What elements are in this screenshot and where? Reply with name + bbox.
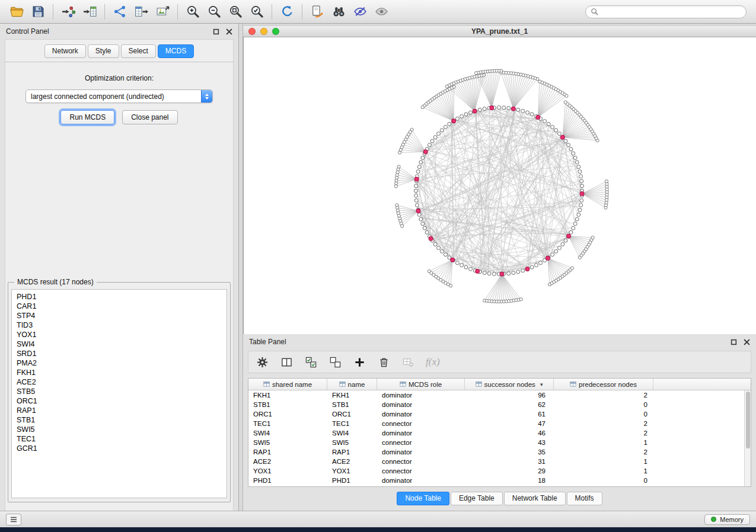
mcds-result-item[interactable]: PHD1 [12, 292, 227, 302]
run-mcds-button[interactable]: Run MCDS [60, 110, 114, 124]
mcds-result-item[interactable]: SWI4 [12, 339, 227, 349]
column-header-successor-nodes[interactable]: successor nodes▾ [465, 379, 554, 390]
tab-edge-table[interactable]: Edge Table [451, 492, 503, 505]
column-header-predecessor-nodes[interactable]: predecessor nodes [554, 379, 653, 390]
open-session-button[interactable] [6, 2, 27, 21]
optimization-criterion-select[interactable]: largest connected component (undirected) [25, 89, 213, 103]
table-row[interactable]: ACE2ACE2connector311 [248, 457, 751, 466]
mcds-result-item[interactable]: CAR1 [12, 302, 227, 311]
document-share-button[interactable] [307, 2, 328, 21]
tab-style[interactable]: Style [88, 44, 119, 58]
minimize-window-button[interactable] [260, 28, 267, 35]
close-table-panel-icon[interactable] [744, 339, 750, 345]
network-canvas[interactable] [243, 37, 756, 334]
mcds-result-item[interactable]: ORC1 [12, 396, 227, 406]
tab-mcds[interactable]: MCDS [158, 44, 194, 58]
zoom-in-button[interactable] [182, 2, 203, 21]
mcds-result-item[interactable]: SRD1 [12, 349, 227, 358]
cell-name: RAP1 [327, 447, 377, 457]
close-panel-button[interactable]: Close panel [122, 110, 177, 124]
mcds-result-item[interactable]: STB1 [12, 415, 227, 425]
mcds-result-item[interactable]: FKH1 [12, 368, 227, 377]
table-row[interactable]: ORC1ORC1dominator610 [248, 409, 751, 419]
zoom-out-button[interactable] [203, 2, 225, 21]
select-all-button[interactable] [304, 355, 317, 368]
show-columns-button[interactable] [280, 355, 293, 368]
export-network-button[interactable] [109, 2, 130, 21]
table-row[interactable]: RAP1RAP1dominator352 [248, 447, 751, 457]
tab-motifs[interactable]: Motifs [567, 492, 602, 505]
add-row-button[interactable] [353, 355, 366, 368]
delete-table-button[interactable] [401, 355, 414, 368]
panel-splitter[interactable] [239, 24, 243, 511]
cell-shared-name: ACE2 [248, 457, 327, 466]
mcds-result-item[interactable]: TID3 [12, 321, 227, 330]
tab-select[interactable]: Select [121, 44, 156, 58]
float-panel-icon[interactable] [213, 28, 219, 35]
optimization-criterion-label: Optimization criterion: [5, 74, 233, 82]
cell-successor-nodes: 43 [465, 438, 554, 447]
delete-row-button[interactable] [377, 355, 390, 368]
mcds-result-item[interactable]: PMA2 [12, 358, 227, 368]
node-table-header-row: shared namenameMCDS rolesuccessor nodes▾… [248, 379, 751, 390]
mcds-result-item[interactable]: TEC1 [12, 434, 227, 444]
panel-menu-button[interactable] [6, 514, 21, 525]
column-header-shared-name[interactable]: shared name [248, 379, 327, 390]
mcds-result-item[interactable]: GCR1 [12, 444, 227, 453]
tab-node-table[interactable]: Node Table [397, 492, 449, 505]
sort-arrow-icon: ▾ [540, 382, 543, 387]
apply-layout-button[interactable] [276, 2, 298, 21]
table-scrollbar[interactable] [744, 390, 751, 486]
zoom-fit-button[interactable] [225, 2, 246, 21]
cell-shared-name: PHD1 [248, 476, 327, 485]
save-session-button[interactable] [27, 2, 49, 21]
cell-name: YOX1 [327, 466, 377, 476]
settings-button[interactable] [256, 355, 269, 368]
tab-network-table[interactable]: Network Table [504, 492, 566, 505]
scrollbar-thumb[interactable] [746, 392, 750, 448]
mcds-result-item[interactable]: STB5 [12, 387, 227, 396]
table-row[interactable]: SWI4SWI4dominator462 [248, 428, 751, 438]
export-table-button[interactable] [130, 2, 152, 21]
network-title: YPA_prune.txt_1 [243, 27, 756, 36]
import-table-button[interactable] [79, 2, 100, 21]
deselect-all-button[interactable] [328, 355, 342, 368]
mcds-result-item[interactable]: SWI5 [12, 425, 227, 434]
table-row[interactable]: FKH1FKH1dominator962 [248, 390, 751, 400]
search-network-button[interactable] [328, 2, 349, 21]
close-window-button[interactable] [248, 28, 256, 35]
close-panel-icon[interactable] [226, 28, 232, 35]
function-builder-button[interactable]: f(x) [426, 356, 440, 368]
mcds-result-list[interactable]: PHD1CAR1STP4TID3YOX1SWI4SRD1PMA2FKH1ACE2… [11, 289, 227, 498]
import-network-button[interactable] [58, 2, 79, 21]
memory-button[interactable]: Memory [704, 514, 750, 525]
show-graphics-button[interactable] [371, 2, 392, 21]
table-row[interactable]: SWI5SWI5connector431 [248, 438, 751, 447]
hide-selected-button[interactable] [349, 2, 371, 21]
zoom-selected-button[interactable] [246, 2, 267, 21]
mcds-result-item[interactable]: STP4 [12, 311, 227, 321]
tab-network[interactable]: Network [44, 44, 86, 58]
mcds-result-item[interactable]: YOX1 [12, 330, 227, 339]
table-row[interactable]: TEC1TEC1connector472 [248, 419, 751, 428]
column-header-MCDS-role[interactable]: MCDS role [377, 379, 465, 390]
network-window-titlebar[interactable]: YPA_prune.txt_1 [243, 25, 756, 37]
cell-mcds-role: connector [377, 438, 465, 447]
table-row[interactable]: YOX1YOX1connector291 [248, 466, 751, 476]
table-row[interactable]: STB1STB1dominator620 [248, 400, 751, 409]
mcds-result-item[interactable]: RAP1 [12, 406, 227, 415]
export-network-icon [113, 4, 127, 19]
column-header-name[interactable]: name [327, 379, 377, 390]
memory-status-icon [711, 517, 716, 522]
zoom-window-button[interactable] [272, 28, 279, 35]
cell-mcds-role: dominator [377, 390, 465, 400]
search-input[interactable] [601, 8, 741, 16]
table-row[interactable]: PHD1PHD1dominator180 [248, 476, 751, 485]
cell-successor-nodes: 29 [465, 466, 554, 476]
zoom-fit-icon [228, 4, 243, 19]
export-image-button[interactable] [152, 2, 173, 21]
table-panel: Table Panel f(x) shared namenameMCDS rol… [243, 334, 756, 511]
mcds-result-item[interactable]: ACE2 [12, 377, 227, 387]
search-box[interactable] [585, 5, 747, 18]
float-table-panel-icon[interactable] [731, 339, 737, 345]
